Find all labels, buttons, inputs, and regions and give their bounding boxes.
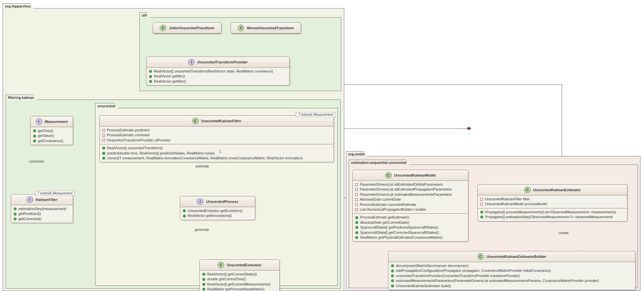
template-param: T extends Measurement (35, 191, 75, 196)
interface-icon: I (36, 118, 42, 125)
class-icon: C (160, 25, 166, 31)
class-unscented-kalman-estimator: CUnscentedKalmanEstimator UnscentedKalma… (477, 184, 627, 221)
class-icon: C (238, 25, 244, 31)
label-estimate: estimate (196, 164, 209, 168)
interface-unscented-process: IUnscentedProcess UnscentedEvolution get… (180, 196, 255, 220)
label-generate: generate (195, 228, 209, 231)
package-orekit: org.orekit estimation.sequential.unscent… (346, 156, 640, 291)
interface-icon: I (197, 198, 203, 205)
label-one: 1 (219, 150, 221, 153)
interface-kalman-filter: T extends Measurement IKalmanFilter esti… (11, 194, 73, 223)
class-julier-unscented-transform: CJulierUnscentedTransform (153, 22, 221, 34)
class-unscented-kalman-model: CUnscentedKalmanModel ParameterDriversLi… (352, 170, 468, 242)
package-filtering-kalman-tab: filtering.kalman (6, 95, 37, 100)
class-merwe-unscented-transform: CMerweUnscentedTransform (231, 22, 301, 34)
package-unscented-tab: unscented (95, 103, 118, 109)
label-create: create (559, 231, 569, 235)
class-icon: C (192, 118, 199, 124)
class-unscented-kalman-estimator-builder: CUnscentedKalmanEstimatorBuilder decompo… (388, 251, 636, 290)
class-icon: C (524, 187, 531, 193)
package-estimation-sequential-unscented: estimation.sequential.unscented CUnscent… (349, 165, 638, 288)
interface-icon: I (27, 196, 33, 203)
package-unscented: unscented T extends Measurement CUnscent… (95, 108, 338, 286)
interface-measurement: IMeasurement getTime() getValue() getCov… (30, 116, 73, 145)
package-estimation-tab: estimation.sequential.unscented (349, 160, 410, 165)
package-util: util CJulierUnscentedTransform CMerweUns… (139, 17, 341, 91)
class-icon: C (385, 172, 392, 179)
package-orekit-tab: org.orekit (346, 151, 368, 157)
class-unscented-kalman-filter: T extends Measurement CUnscentedKalmanFi… (99, 115, 334, 162)
class-icon: C (218, 262, 224, 268)
template-param: T extends Measurement (296, 112, 335, 117)
class-unscented-evolution: CUnscentedEvolution RealVector[] getCurr… (199, 259, 280, 291)
package-filtering-kalman: filtering.kalman IMeasurement getTime() … (6, 99, 341, 289)
interface-icon: I (188, 59, 195, 65)
package-hipparchus-tab: org.hipparchus (3, 3, 34, 9)
package-hipparchus: org.hipparchus util CJulierUnscentedTran… (3, 8, 344, 291)
interface-unscented-transform-provider: IUnscentedTransformProvider RealVector[]… (146, 57, 290, 86)
package-util-tab: util (139, 12, 150, 18)
label-consume: consume (29, 159, 44, 163)
class-icon: C (477, 253, 484, 260)
